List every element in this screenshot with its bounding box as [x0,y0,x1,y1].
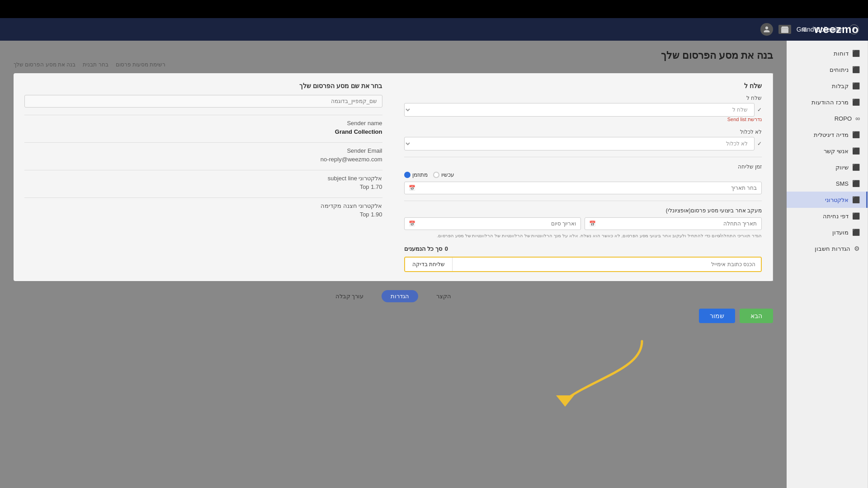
total-label: סך כל הנמענים [404,245,442,252]
start-date-input[interactable] [585,217,762,230]
subject-line-label: אלקטרוני subject line [24,175,382,182]
electronic-icon: ⬛ [852,196,860,203]
end-date-input[interactable] [404,217,581,230]
sender-email-field: Sender Email no-reply@weezmo.com [24,147,382,163]
divider-1 [404,157,762,157]
send-time-radio-group: עכשיו מתוזמן [404,172,762,178]
main-card: שלח ל שלח ל ✓ שלח ל נדרשת Send list לא ל… [14,73,773,281]
send-time-label: זמן שליחה [404,164,762,170]
email-test-row: שליחת בדיקה [404,257,762,272]
left-panel: שלח ל שלח ל ✓ שלח ל נדרשת Send list לא ל… [393,73,774,281]
menu-icon[interactable]: ≡ [802,25,807,34]
exclude-field: לא לכלול ✓ לא לכלול [404,129,762,150]
breadcrumb: רשימת מסעות פרסום › בחר תבנית › בנה את מ… [14,61,773,68]
reports-icon: ⬛ [852,50,860,57]
breadcrumb-item-1: רשימת מסעות פרסום [116,61,166,68]
rp-divider-4 [24,197,382,198]
send-section-title: שלח ל [404,82,762,89]
contacts-icon: ⬛ [852,147,860,155]
sidebar-item-marketing[interactable]: ⬛ שיווק [787,159,868,175]
tab-reception[interactable]: עורך קבלה [326,290,373,302]
sidebar-item-ropo[interactable]: ∞ ROPO [787,110,868,127]
sender-name-label: Sender name [24,120,382,127]
yellow-arrow [552,332,651,413]
radio-scheduled[interactable]: מתוזמן [404,172,428,178]
optional-note: הגדר תאריכי התחלה/סיום כדי להתחיל ולעקוב… [404,233,762,239]
advanced-email-field: אלקטרוני חצנה מקדימה Top 1.90 [24,202,382,218]
club-icon: ⬛ [852,229,860,236]
scheduled-label: מתוזמן [412,172,428,178]
rp-divider-3 [24,170,382,170]
marketing-icon: ⬛ [852,164,860,171]
now-label: עכשיו [441,172,454,178]
user-avatar[interactable] [760,23,773,36]
sidebar-item-sms[interactable]: ⬛ SMS [787,175,868,192]
bottom-tabs: הקצר הגדרות עורך קבלה [14,290,773,302]
advanced-email-value: Top 1.90 [24,211,382,218]
email-test-input[interactable] [453,258,761,271]
weezmo-logo: weezmo [814,23,859,36]
end-date-wrapper: 📅 [404,217,581,230]
sidebar-item-analytics[interactable]: ⬛ ניתוחים [787,61,868,78]
settings-icon: ⚙ [854,245,860,252]
optional-section-title: מעקב אחר ביצועי מסע פרסום(אופציונלי) [404,207,762,214]
campaign-name-field [24,95,382,108]
send-test-button[interactable]: שליחת בדיקה [405,258,453,271]
tab-settings[interactable]: הגדרות [382,290,418,302]
sender-email-label: Sender Email [24,147,382,154]
send-time-field: זמן שליחה עכשיו מתוזמן 📅 [404,164,762,194]
subject-line-field: אלקטרוני subject line Top 1.70 [24,175,382,190]
radio-now[interactable]: עכשיו [433,172,454,178]
notification-icon: ⬛ [852,99,860,106]
right-panel: בחר את שם מסע הפרסום שלך Sender name Gra… [14,73,393,281]
total-bar: 0 סך כל הנמענים [404,245,762,252]
optional-section: מעקב אחר ביצועי מסע פרסום(אופציונלי) 📅 📅… [404,207,762,239]
breadcrumb-item-2: בחר תבנית [83,61,108,68]
store-icon [778,25,791,34]
save-button[interactable]: שמור [699,309,735,323]
analytics-icon: ⬛ [852,66,860,73]
end-cal-icon: 📅 [409,221,415,227]
send-to-select[interactable]: שלח ל [404,103,755,117]
send-to-field: שלח ל ✓ שלח ל נדרשת Send list [404,95,762,122]
sender-name-field: Sender name Grand Collection [24,120,382,135]
main-layout: ⬛ דוחות ⬛ ניתוחים ⬛ קבלות ⬛ מרכז ההודעות… [0,41,868,488]
sidebar-item-recipients[interactable]: ⬛ קבלות [787,78,868,94]
send-list-error: נדרשת Send list [404,117,762,122]
sidebar-item-print[interactable]: ⬛ דפי נחיתה [787,208,868,224]
sidebar-item-account-settings[interactable]: ⚙ הגדרות חשבון [787,240,868,257]
sidebar-item-electronic[interactable]: ⬛ אלקטרוני [787,192,868,208]
sidebar-item-club[interactable]: ⬛ מועדון [787,224,868,240]
back-button[interactable]: הבא [740,309,773,323]
total-count: 0 [445,245,448,252]
sms-icon: ⬛ [852,180,860,187]
content-area: בנה את מסע הפרסום שלך רשימת מסעות פרסום … [0,41,787,488]
svg-rect-0 [781,28,788,33]
sidebar-item-notification-center[interactable]: ⬛ מרכז ההודעות [787,94,868,110]
sidebar-item-reports[interactable]: ⬛ דוחות [787,45,868,61]
start-cal-icon: 📅 [589,221,596,227]
tab-forward[interactable]: הקצר [427,290,460,302]
divider-2 [404,201,762,201]
sidebar-item-contacts[interactable]: ⬛ אנשי קשר [787,143,868,159]
rp-divider-1 [24,115,382,115]
now-radio-dot[interactable] [433,172,439,178]
recipients-icon: ⬛ [852,82,860,89]
rp-divider-2 [24,142,382,143]
send-to-label: שלח ל [404,95,762,101]
campaign-name-input[interactable] [24,95,382,108]
campaign-name-section-title: בחר את שם מסע הפרסום שלך [24,82,382,89]
page-title: בנה את מסע הפרסום שלך [14,50,773,61]
exclude-label: לא לכלול [404,129,762,135]
exclude-select[interactable]: לא לכלול [404,137,755,150]
scheduled-radio-dot[interactable] [404,172,410,178]
sidebar-item-digital-media[interactable]: ⬛ מדיה דיגיטלית [787,127,868,143]
svg-marker-1 [556,395,574,407]
date-picker-input[interactable] [404,182,762,194]
print-icon: ⬛ [852,212,860,220]
date-range-row: 📅 📅 [404,217,762,230]
page-title-area: בנה את מסע הפרסום שלך רשימת מסעות פרסום … [14,50,773,68]
ropo-icon: ∞ [855,115,860,122]
top-black-bar [0,0,868,18]
breadcrumb-item-3: בנה את מסע הפרסום שלך [14,61,75,68]
